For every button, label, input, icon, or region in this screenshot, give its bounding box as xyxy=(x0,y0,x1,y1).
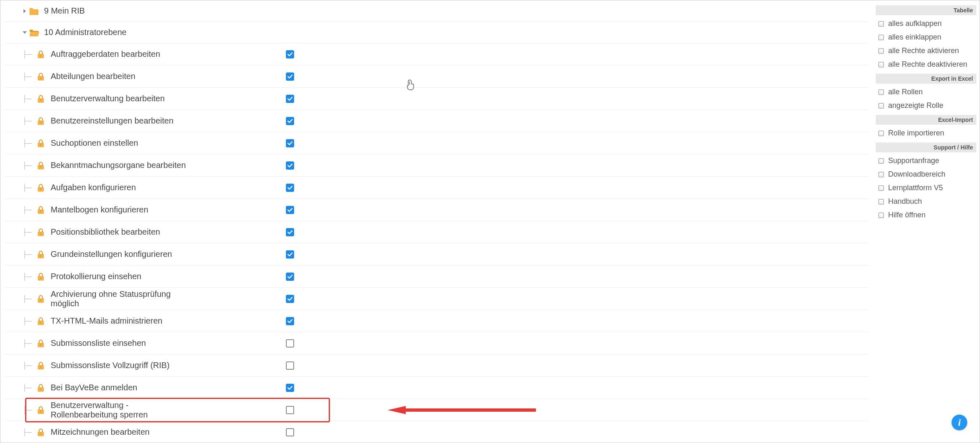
permission-checkbox[interactable] xyxy=(286,228,294,236)
svg-point-19 xyxy=(40,255,41,256)
chevron-down-icon[interactable] xyxy=(20,29,29,36)
sidebar-action[interactable]: alles aufklappen xyxy=(876,17,976,30)
folder-label: 9 Mein RIB xyxy=(44,6,85,16)
permission-label: Grundeinstellungen konfigurieren xyxy=(51,249,172,259)
sidebar-action[interactable]: Downloadbereich xyxy=(876,168,976,181)
permission-row: ├─ Protokollierung einsehen xyxy=(5,266,868,288)
svg-point-25 xyxy=(40,322,41,323)
permission-checkbox[interactable] xyxy=(286,317,294,325)
bullet-icon xyxy=(878,103,884,109)
lock-icon xyxy=(37,317,45,325)
bullet-icon xyxy=(878,35,884,40)
permission-checkbox[interactable] xyxy=(286,50,294,58)
permission-checkbox[interactable] xyxy=(286,406,294,414)
sidebar-action-label: Lernplattform V5 xyxy=(888,184,943,192)
permission-label: Submissonsliste einsehen xyxy=(51,338,146,348)
sidebar-action-label: Supportanfrage xyxy=(888,156,939,165)
permission-label: Benutzerverwaltung - Rollenbearbeitung s… xyxy=(51,401,195,420)
svg-point-35 xyxy=(40,433,41,434)
sidebar-action-label: Handbuch xyxy=(888,197,922,206)
permission-row: ├─ Submissonsliste Vollzugriff (RIB) xyxy=(5,354,868,377)
permission-row: ├─ Mitzeichnungen bearbeiten xyxy=(5,421,868,443)
permission-label: TX-HTML-Mails administrieren xyxy=(51,316,162,326)
permission-checkbox[interactable] xyxy=(286,339,294,347)
sidebar-action[interactable]: alle Rechte aktivieren xyxy=(876,44,976,58)
svg-point-29 xyxy=(40,366,41,367)
permission-label: Positionsbibliothek bearbeiten xyxy=(51,227,160,237)
tree-folder-expanded[interactable]: 10 Administratorebene xyxy=(5,22,868,43)
permission-row: ├─ Submissonsliste einsehen xyxy=(5,332,868,354)
sidebar-action[interactable]: Rolle importieren xyxy=(876,126,976,140)
tree-connector-icon: ├─ xyxy=(22,317,32,325)
permissions-tree: 9 Mein RIB 10 Administratorebene ├─ Auft… xyxy=(0,0,872,443)
tree-connector-icon: ├─ xyxy=(22,73,32,80)
permission-label: Benutzereinstellungen bearbeiten xyxy=(51,116,173,126)
sidebar-action[interactable]: Lernplattform V5 xyxy=(876,181,976,195)
permission-checkbox[interactable] xyxy=(286,161,294,170)
permission-label: Protokollierung einsehen xyxy=(51,272,141,281)
chevron-right-icon[interactable] xyxy=(20,8,29,14)
bullet-icon xyxy=(878,62,884,68)
permission-checkbox[interactable] xyxy=(286,273,294,281)
permission-label: Auftraggeberdaten bearbeiten xyxy=(51,49,160,59)
svg-point-13 xyxy=(40,188,41,189)
permission-checkbox[interactable] xyxy=(286,206,294,214)
lock-icon xyxy=(37,339,45,347)
permission-checkbox[interactable] xyxy=(286,361,294,370)
sidebar-action[interactable]: Supportanfrage xyxy=(876,154,976,168)
info-icon: i xyxy=(958,417,961,428)
permission-label: Mitzeichnungen bearbeiten xyxy=(51,427,150,437)
info-button[interactable]: i xyxy=(952,415,967,430)
tree-connector-icon: ├─ xyxy=(22,406,32,414)
permission-label: Archivierung ohne Statusprüfung möglich xyxy=(51,289,195,308)
sidebar-action-label: alle Rechte aktivieren xyxy=(888,47,959,55)
lock-icon xyxy=(37,184,45,192)
sidebar-action[interactable]: Handbuch xyxy=(876,195,976,208)
tree-connector-icon: ├─ xyxy=(22,184,32,191)
tree-connector-icon: ├─ xyxy=(22,251,32,258)
sidebar-action[interactable]: angezeigte Rolle xyxy=(876,99,976,112)
permission-checkbox[interactable] xyxy=(286,250,294,259)
tree-connector-icon: ├─ xyxy=(22,117,32,125)
permission-checkbox[interactable] xyxy=(286,384,294,392)
tree-connector-icon: ├─ xyxy=(22,162,32,169)
lock-icon xyxy=(37,295,45,303)
permission-checkbox[interactable] xyxy=(286,95,294,103)
permission-row: ├─ Auftraggeberdaten bearbeiten xyxy=(5,43,868,65)
lock-icon xyxy=(37,139,45,147)
permission-row: ├─ Positionsbibliothek bearbeiten xyxy=(5,221,868,243)
app-frame: 9 Mein RIB 10 Administratorebene ├─ Auft… xyxy=(0,0,980,443)
folder-icon xyxy=(29,7,39,15)
permission-row: ├─ Bei BayVeBe anmelden xyxy=(5,377,868,399)
permission-checkbox[interactable] xyxy=(286,184,294,192)
permission-label: Abteilungen bearbeiten xyxy=(51,72,136,81)
tree-connector-icon: ├─ xyxy=(22,429,32,436)
bullet-icon xyxy=(878,172,884,177)
svg-point-27 xyxy=(40,344,41,345)
permission-checkbox[interactable] xyxy=(286,72,294,81)
sidebar-action[interactable]: alle Rollen xyxy=(876,85,976,99)
tree-connector-icon: ├─ xyxy=(22,340,32,347)
sidebar-section-header: Excel-Import xyxy=(876,115,976,125)
sidebar-action[interactable]: Hilfe öffnen xyxy=(876,208,976,222)
lock-icon xyxy=(37,161,45,170)
permission-checkbox[interactable] xyxy=(286,139,294,147)
permission-label: Bei BayVeBe anmelden xyxy=(51,383,137,392)
permission-row: ├─ Grundeinstellungen konfigurieren xyxy=(5,243,868,266)
tree-folder-collapsed[interactable]: 9 Mein RIB xyxy=(5,0,868,22)
svg-point-31 xyxy=(40,388,41,389)
bullet-icon xyxy=(878,89,884,95)
tree-connector-icon: ├─ xyxy=(22,362,32,369)
bullet-icon xyxy=(878,185,884,191)
sidebar-action[interactable]: alle Rechte deaktivieren xyxy=(876,58,976,71)
sidebar-action[interactable]: alles einklappen xyxy=(876,30,976,44)
lock-icon xyxy=(37,273,45,281)
lock-icon xyxy=(37,250,45,259)
permission-row: ├─ Aufgaben konfigurieren xyxy=(5,177,868,199)
permission-checkbox[interactable] xyxy=(286,428,294,436)
sidebar-section-header: Export in Excel xyxy=(876,74,976,84)
permission-checkbox[interactable] xyxy=(286,117,294,125)
sidebar-action-label: alles aufklappen xyxy=(888,19,942,28)
svg-point-23 xyxy=(40,299,41,301)
permission-checkbox[interactable] xyxy=(286,295,294,303)
